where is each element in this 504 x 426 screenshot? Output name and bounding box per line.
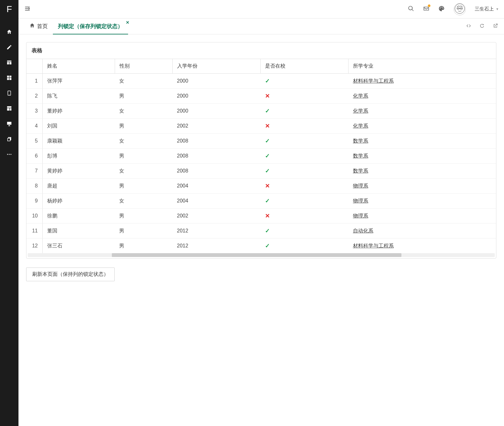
col-header-name[interactable]: 姓名 (42, 59, 115, 74)
cell-year: 2004 (172, 194, 260, 209)
avatar[interactable] (454, 3, 466, 15)
edit-icon (6, 44, 12, 51)
sidebar-item-mobile[interactable] (0, 86, 18, 101)
table-row[interactable]: 3董婷婷女2000✓化学系 (26, 104, 496, 119)
cell-name: 刘国 (42, 119, 115, 134)
cell-name: 徐鹏 (42, 209, 115, 224)
tab-active-label: 列锁定（保存列锁定状态） (58, 23, 123, 30)
code-button[interactable] (466, 23, 472, 30)
open-external-button[interactable] (493, 23, 498, 30)
major-link[interactable]: 化学系 (353, 108, 368, 114)
mobile-icon (6, 90, 12, 97)
major-link[interactable]: 数学系 (353, 138, 368, 143)
theme-button[interactable] (438, 5, 445, 13)
cell-inschool: ✕ (261, 209, 349, 224)
tab-home-label: 首页 (37, 23, 48, 30)
table-row[interactable]: 5康颖颖女2008✓数学系 (26, 134, 496, 149)
cell-year: 2008 (172, 134, 260, 149)
sidebar-item-edit[interactable] (0, 40, 18, 55)
table-row[interactable]: 4刘国男2002✕化学系 (26, 119, 496, 134)
grid-icon (6, 75, 12, 82)
svg-point-0 (7, 154, 8, 155)
cell-index: 9 (26, 194, 42, 209)
cell-year: 2000 (172, 104, 260, 119)
major-link[interactable]: 物理系 (353, 213, 368, 218)
sidebar-item-table[interactable] (0, 55, 18, 71)
sidebar-item-home[interactable] (0, 25, 18, 40)
major-link[interactable]: 物理系 (353, 198, 368, 203)
col-header-year[interactable]: 入学年份 (172, 59, 260, 74)
cell-name: 康颖颖 (42, 134, 115, 149)
table-panel: 表格 姓名 性别 入学年份 是否在校 所学专业 (26, 42, 496, 259)
cell-gender: 男 (115, 224, 172, 239)
major-link[interactable]: 自动化系 (353, 228, 373, 233)
major-link[interactable]: 化学系 (353, 93, 368, 99)
cell-year: 2002 (172, 119, 260, 134)
cell-gender: 女 (115, 164, 172, 179)
mail-button[interactable] (423, 5, 429, 13)
cell-index: 8 (26, 179, 42, 194)
major-link[interactable]: 物理系 (353, 183, 368, 188)
check-icon: ✓ (265, 153, 270, 159)
cell-index: 7 (26, 164, 42, 179)
table-row[interactable]: 1张萍萍女2000✓材料科学与工程系 (26, 74, 496, 89)
cell-inschool: ✓ (261, 74, 349, 89)
refresh-button[interactable] (479, 23, 485, 30)
logo[interactable]: F (0, 0, 18, 18)
user-menu[interactable]: 三生石上 ▼ (475, 6, 499, 12)
header: 三生石上 ▼ (18, 0, 504, 18)
table-row[interactable]: 2陈飞男2000✕化学系 (26, 89, 496, 104)
horizontal-scrollbar[interactable] (28, 253, 495, 257)
palette-icon (438, 5, 445, 13)
table-row[interactable]: 8唐超男2004✕物理系 (26, 179, 496, 194)
display-icon (6, 121, 12, 128)
search-button[interactable] (408, 5, 414, 13)
sidebar-item-layout[interactable] (0, 101, 18, 117)
refresh-page-button[interactable]: 刷新本页面（保持列的锁定状态） (26, 268, 115, 281)
table-row[interactable]: 7黄婷婷女2008✓数学系 (26, 164, 496, 179)
table-row[interactable]: 12张三石男2012✓材料科学与工程系 (26, 239, 496, 253)
major-link[interactable]: 材料科学与工程系 (353, 243, 394, 248)
cell-year: 2000 (172, 89, 260, 104)
major-link[interactable]: 数学系 (353, 168, 368, 173)
check-icon: ✓ (265, 78, 270, 84)
tab-home[interactable]: 首页 (24, 18, 53, 34)
scrollbar-thumb[interactable] (112, 253, 401, 257)
check-icon: ✓ (265, 228, 270, 234)
col-header-major[interactable]: 所学专业 (349, 59, 496, 74)
cell-major: 化学系 (349, 119, 496, 134)
col-header-index[interactable] (26, 59, 42, 74)
cell-index: 1 (26, 74, 42, 89)
cell-name: 唐超 (42, 179, 115, 194)
user-name-label: 三生石上 (475, 6, 494, 12)
table-row[interactable]: 10徐鹏男2002✕物理系 (26, 209, 496, 224)
cell-index: 3 (26, 104, 42, 119)
cell-year: 2008 (172, 149, 260, 164)
more-icon (6, 151, 12, 158)
col-header-gender[interactable]: 性别 (115, 59, 172, 74)
cell-name: 张萍萍 (42, 74, 115, 89)
refresh-icon (479, 23, 485, 30)
table-row[interactable]: 11董国男2012✓自动化系 (26, 224, 496, 239)
major-link[interactable]: 材料科学与工程系 (353, 78, 394, 84)
major-link[interactable]: 数学系 (353, 153, 368, 158)
table-row[interactable]: 6彭博男2008✓数学系 (26, 149, 496, 164)
notification-dot (428, 4, 431, 7)
major-link[interactable]: 化学系 (353, 123, 368, 129)
table-row[interactable]: 9杨婷婷女2004✓物理系 (26, 194, 496, 209)
sidebar-item-grid[interactable] (0, 71, 18, 86)
cell-gender: 男 (115, 89, 172, 104)
tab-close-button[interactable]: ✕ (126, 20, 129, 25)
cell-gender: 男 (115, 209, 172, 224)
logo-letter: F (6, 4, 12, 14)
sidebar-item-windows[interactable] (0, 132, 18, 147)
cell-gender: 女 (115, 104, 172, 119)
tab-active[interactable]: 列锁定（保存列锁定状态） ✕ (53, 18, 128, 34)
data-table: 姓名 性别 入学年份 是否在校 所学专业 1张萍萍女2000✓材料科学与工程系2… (26, 59, 496, 253)
col-header-inschool[interactable]: 是否在校 (261, 59, 349, 74)
home-icon (6, 29, 12, 36)
menu-toggle-button[interactable] (24, 5, 31, 13)
sidebar-item-more[interactable] (0, 147, 18, 163)
sidebar-item-display[interactable] (0, 117, 18, 132)
table-icon (6, 60, 12, 67)
